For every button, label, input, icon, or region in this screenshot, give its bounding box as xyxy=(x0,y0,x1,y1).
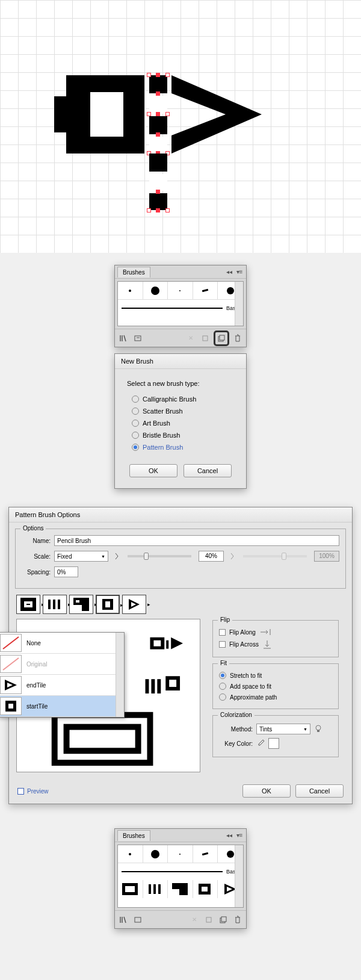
flip-legend: Flip xyxy=(218,616,232,623)
menu-icon[interactable]: ▾≡ xyxy=(235,268,244,276)
keycolor-label: Key Color: xyxy=(219,740,253,747)
svg-rect-16 xyxy=(166,640,168,649)
pencil-back-shape xyxy=(66,75,144,154)
keycolor-swatch[interactable] xyxy=(268,738,279,749)
fit-legend: Fit xyxy=(218,660,229,666)
tile-outer-corner[interactable] xyxy=(16,595,40,614)
options-icon-2[interactable] xyxy=(203,914,215,926)
preview-checkbox[interactable]: Preview xyxy=(17,788,49,795)
pencil-tip-shape xyxy=(171,75,274,196)
scale-mode-dropdown[interactable]: Fixed xyxy=(54,551,108,562)
library-icon-2[interactable] xyxy=(117,914,129,926)
cancel-button[interactable]: Cancel xyxy=(184,464,232,477)
fit-addspace[interactable]: Add space to fit xyxy=(219,681,332,692)
remove-stroke-icon-2[interactable]: ✕ xyxy=(188,914,200,926)
scale-label: Scale: xyxy=(22,553,51,560)
new-brush-dialog: New Brush Select a new brush type: Calli… xyxy=(114,353,247,489)
libraries-menu-icon-2[interactable] xyxy=(132,914,144,926)
scale-slider-2 xyxy=(243,555,307,557)
pencil-pattern-brush[interactable] xyxy=(118,880,243,898)
menu-scrollbar[interactable] xyxy=(116,633,124,717)
radio-scatter[interactable]: Scatter Brush xyxy=(127,405,234,417)
libraries-menu-icon[interactable] xyxy=(132,332,144,344)
svg-rect-21 xyxy=(169,680,176,687)
eyedropper-icon[interactable] xyxy=(256,739,265,748)
brushes-tab[interactable]: Brushes xyxy=(117,267,150,278)
scale-value[interactable]: 40% xyxy=(199,551,224,562)
library-icon[interactable] xyxy=(117,332,129,344)
svg-rect-5 xyxy=(53,600,55,609)
new-brush-icon-2[interactable] xyxy=(217,914,229,926)
radio-bristle[interactable]: Bristle Brush xyxy=(127,429,234,441)
scrollbar-2[interactable] xyxy=(235,845,243,907)
menu-none[interactable]: None xyxy=(0,633,124,654)
brushes-panel-result: Brushes ◂◂ ▾≡ Basic xyxy=(114,828,247,929)
radio-calligraphic[interactable]: Calligraphic Brush xyxy=(127,393,234,405)
svg-rect-25 xyxy=(70,730,135,748)
svg-rect-29 xyxy=(158,884,161,894)
tile-end[interactable] xyxy=(122,595,146,614)
ok-button[interactable]: OK xyxy=(129,464,177,477)
flip-across-checkbox[interactable] xyxy=(219,641,226,648)
scale-link-icon-2 xyxy=(227,552,236,560)
radio-art[interactable]: Art Brush xyxy=(127,417,234,429)
menu-icon-2[interactable]: ▾≡ xyxy=(235,831,244,840)
new-brush-button[interactable] xyxy=(214,330,229,346)
flip-along-checkbox[interactable] xyxy=(219,629,226,636)
scrollbar[interactable] xyxy=(235,282,243,326)
pbo-ok-button[interactable]: OK xyxy=(242,784,291,798)
tile-dropdown-menu: None Original endTile startTile xyxy=(0,632,125,718)
svg-rect-13 xyxy=(8,704,13,709)
method-label: Method: xyxy=(219,726,253,733)
menu-starttile[interactable]: startTile xyxy=(0,696,124,717)
dialog-title: New Brush xyxy=(115,354,246,369)
tile-side[interactable] xyxy=(43,595,67,614)
brushes-panel: Brushes ◂◂ ▾≡ Basic xyxy=(114,265,247,347)
brush-list[interactable]: Basic xyxy=(117,281,244,326)
scale-link-icon xyxy=(112,552,120,560)
svg-rect-35 xyxy=(221,917,226,922)
svg-rect-27 xyxy=(149,884,151,894)
method-dropdown[interactable]: Tints xyxy=(256,724,310,734)
tile-inner-corner[interactable] xyxy=(69,595,93,614)
fit-approx[interactable]: Approximate path xyxy=(219,692,332,702)
collapse-icon-2[interactable]: ◂◂ xyxy=(225,831,233,840)
spacing-input[interactable] xyxy=(54,566,78,577)
radio-pattern[interactable]: Pattern Brush xyxy=(127,441,234,453)
svg-rect-1 xyxy=(203,336,208,341)
trash-icon-2[interactable] xyxy=(232,914,244,926)
fit-stretch[interactable]: Stretch to fit xyxy=(219,670,332,681)
canvas-artboard[interactable] xyxy=(0,0,361,253)
svg-rect-32 xyxy=(135,917,141,922)
svg-rect-28 xyxy=(153,884,156,894)
svg-line-10 xyxy=(3,637,19,649)
pattern-brush-options-dialog: Pattern Brush Options Options Name: Scal… xyxy=(8,507,353,804)
remove-stroke-icon[interactable]: ✕ xyxy=(185,332,197,344)
tile-start[interactable] xyxy=(96,595,120,614)
name-input[interactable] xyxy=(54,535,339,546)
svg-point-26 xyxy=(316,725,321,730)
svg-rect-4 xyxy=(48,600,51,609)
color-legend: Colorization xyxy=(218,712,255,718)
menu-endtile[interactable]: endTile xyxy=(0,675,124,696)
trash-icon[interactable] xyxy=(232,332,244,344)
svg-rect-17 xyxy=(146,679,149,693)
tips-icon[interactable] xyxy=(314,724,322,734)
collapse-icon[interactable]: ◂◂ xyxy=(225,268,233,276)
brushes-tab-2[interactable]: Brushes xyxy=(117,830,150,841)
options-legend: Options xyxy=(20,525,46,532)
scale-slider[interactable] xyxy=(128,555,191,557)
name-label: Name: xyxy=(22,538,51,544)
svg-rect-3 xyxy=(220,335,224,340)
dialog-prompt: Select a new brush type: xyxy=(127,380,234,387)
options-icon[interactable] xyxy=(199,332,211,344)
spacing-label: Spacing: xyxy=(22,569,51,575)
pbo-title: Pattern Brush Options xyxy=(9,507,352,523)
svg-rect-6 xyxy=(58,600,60,609)
brush-list-2[interactable]: Basic xyxy=(117,845,244,908)
menu-original: Original xyxy=(0,654,124,675)
svg-rect-19 xyxy=(157,679,161,693)
svg-rect-0 xyxy=(135,336,141,341)
pbo-cancel-button[interactable]: Cancel xyxy=(295,784,344,798)
svg-rect-18 xyxy=(151,679,155,693)
